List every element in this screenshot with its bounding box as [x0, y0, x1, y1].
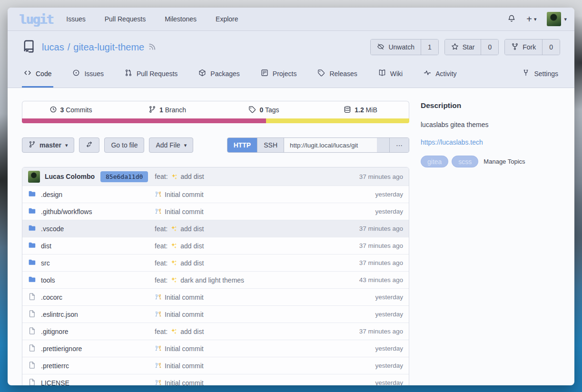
nav-item-pull-requests[interactable]: Pull Requests — [105, 15, 146, 23]
repo-title-separator: / — [68, 42, 70, 53]
nav-item-explore[interactable]: Explore — [216, 15, 238, 23]
add-file-button[interactable]: Add File ▾ — [149, 137, 193, 153]
branch-selector-button[interactable]: master ▾ — [22, 137, 74, 153]
repo-name-link[interactable]: gitea-lugit-theme — [73, 42, 144, 53]
tab-issues[interactable]: Issues — [70, 61, 105, 88]
sparkles-icon — [170, 242, 178, 249]
file-rows: .design Initial commit yesterday .github… — [22, 186, 409, 385]
commit-author-avatar[interactable] — [28, 171, 40, 183]
file-link[interactable]: .design — [41, 191, 62, 198]
toast-icon — [155, 191, 162, 198]
topic-pill-gitea[interactable]: gitea — [421, 156, 448, 167]
unwatch-button[interactable]: Unwatch — [371, 39, 420, 55]
stat-commits[interactable]: 3 Commits — [22, 101, 119, 118]
tab-packages[interactable]: Packages — [197, 61, 241, 88]
folder-icon — [28, 190, 36, 199]
sparkles-icon — [170, 328, 178, 335]
clone-http-button[interactable]: HTTP — [227, 138, 257, 152]
file-link[interactable]: LICENSE — [41, 379, 69, 386]
file-link[interactable]: .gitignore — [41, 328, 69, 335]
tab-projects[interactable]: Projects — [259, 61, 299, 88]
clone-ssh-button[interactable]: SSH — [257, 138, 284, 152]
commit-message-link[interactable]: Initial commit — [165, 362, 204, 370]
file-icon — [28, 378, 36, 386]
tab-activity[interactable]: Activity — [422, 61, 458, 88]
commit-message-link[interactable]: add dist — [181, 173, 204, 180]
tab-settings[interactable]: Settings — [520, 61, 560, 88]
last-change-time: yesterday — [322, 294, 403, 301]
action-count[interactable]: 0 — [542, 39, 560, 55]
notifications-bell-icon[interactable] — [507, 14, 516, 24]
commit-message-link[interactable]: dark and light themes — [180, 276, 244, 284]
user-menu[interactable]: ▾ — [547, 12, 567, 26]
stat-branch[interactable]: 1 Branch — [119, 101, 216, 118]
commit-hash-badge[interactable]: 85e6da11d0 — [100, 171, 148, 182]
commit-message-link[interactable]: Initial commit — [165, 294, 204, 301]
nav-item-milestones[interactable]: Milestones — [165, 15, 197, 23]
commit-message-link[interactable]: Initial commit — [165, 191, 204, 198]
commit-message-link[interactable]: Initial commit — [165, 379, 204, 386]
commit-author-link[interactable]: Lucas Colombo — [45, 173, 95, 180]
branch-label: master — [39, 141, 61, 149]
tab-pull-requests[interactable]: Pull Requests — [123, 61, 179, 88]
action-count[interactable]: 1 — [421, 39, 438, 55]
commit-message-prefix: feat: — [155, 242, 168, 250]
repo-header: lucas / gitea-lugit-theme Unwatch 1 Star… — [8, 31, 574, 61]
file-link[interactable]: .vscode — [41, 225, 64, 233]
file-link[interactable]: .cocorc — [41, 294, 62, 301]
last-change-time: 37 minutes ago — [322, 328, 403, 335]
nav-item-issues[interactable]: Issues — [66, 15, 85, 23]
caret-down-icon: ▾ — [534, 16, 537, 22]
website-link[interactable]: https://lucaslabs.tech — [421, 138, 483, 146]
tab-wiki[interactable]: Wiki — [376, 61, 404, 88]
commit-message-link[interactable]: Initial commit — [165, 311, 204, 318]
file-link[interactable]: .prettierignore — [41, 345, 82, 353]
topic-pill-scss[interactable]: scss — [452, 156, 478, 167]
last-change-time: yesterday — [322, 362, 403, 369]
commit-message-link[interactable]: add dist — [180, 328, 204, 335]
folder-icon — [28, 207, 36, 216]
manage-topics-link[interactable]: Manage Topics — [483, 158, 525, 165]
action-count[interactable]: 0 — [481, 39, 498, 55]
lugit-logo[interactable]: lugit — [19, 12, 53, 27]
top-navbar: lugit IssuesPull RequestsMilestonesExplo… — [8, 8, 574, 31]
tab-releases[interactable]: Releases — [316, 61, 359, 88]
fork-button[interactable]: Fork — [505, 39, 542, 55]
file-icon — [28, 344, 36, 353]
add-file-label: Add File — [156, 141, 180, 149]
rss-icon[interactable] — [148, 42, 157, 52]
more-options-button[interactable]: ··· — [389, 138, 409, 152]
commit-message-link[interactable]: Initial commit — [165, 345, 204, 353]
compare-button[interactable] — [79, 137, 99, 153]
stat-tags[interactable]: 0 Tags — [216, 101, 312, 118]
branch-icon — [29, 141, 36, 149]
file-link[interactable]: .github/workflows — [41, 208, 92, 216]
go-to-file-button[interactable]: Go to file — [104, 137, 144, 153]
commit-message-link[interactable]: add dist — [180, 259, 204, 267]
table-row: .prettierrc Initial commit yesterday — [22, 357, 409, 374]
copy-url-button[interactable] — [377, 138, 389, 152]
create-new-button[interactable]: +▾ — [526, 14, 536, 25]
commit-message-link[interactable]: add dist — [180, 242, 204, 250]
language-bar[interactable] — [22, 118, 409, 123]
file-link[interactable]: .prettierrc — [41, 362, 69, 370]
tab-code[interactable]: Code — [22, 61, 53, 88]
repo-content: 3 Commits1 Branch0 Tags1.2 MiB master ▾ … — [8, 88, 574, 385]
file-icon — [28, 327, 36, 336]
sparkles-icon — [171, 173, 178, 180]
navbar-right: +▾ ▾ — [507, 12, 567, 26]
repo-owner-link[interactable]: lucas — [42, 42, 64, 53]
stat-mib[interactable]: 1.2 MiB — [312, 101, 409, 118]
file-link[interactable]: src — [41, 259, 50, 267]
file-link[interactable]: tools — [41, 276, 55, 284]
commit-message-link[interactable]: add dist — [180, 225, 204, 233]
star-button[interactable]: Star — [445, 39, 481, 55]
description-title: Description — [421, 101, 560, 110]
clone-url-input[interactable]: http://lugit.local/lucas/git — [284, 138, 377, 152]
commit-message-link[interactable]: Initial commit — [165, 208, 204, 216]
caret-down-icon: ▾ — [184, 142, 187, 148]
table-row: .eslintrc.json Initial commit yesterday — [22, 305, 409, 323]
repo-sidebar: Description lucaslabs gitea themes https… — [421, 101, 560, 167]
file-link[interactable]: dist — [41, 242, 51, 250]
file-link[interactable]: .eslintrc.json — [41, 311, 78, 318]
